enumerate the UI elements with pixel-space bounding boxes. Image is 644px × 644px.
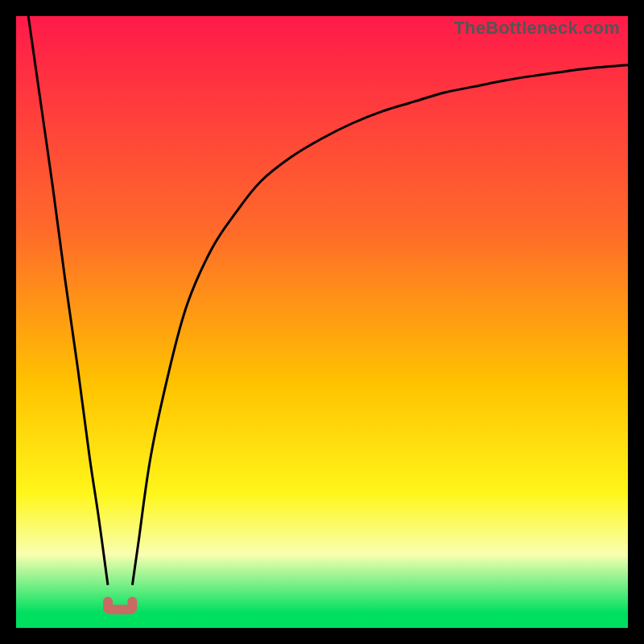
gradient-background — [16, 16, 628, 628]
chart-frame: TheBottleneck.com — [16, 16, 628, 628]
chart-svg — [16, 16, 628, 628]
watermark-text: TheBottleneck.com — [454, 18, 620, 39]
